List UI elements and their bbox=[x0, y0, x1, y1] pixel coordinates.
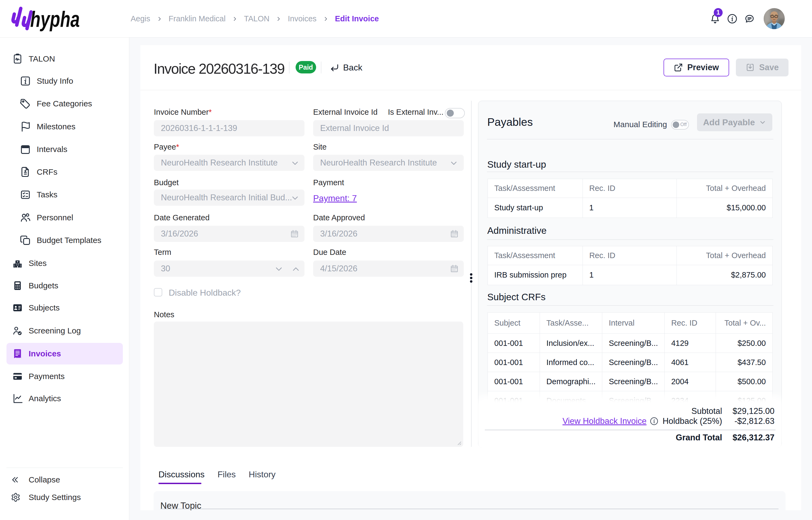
svg-text:hypha: hypha bbox=[30, 6, 80, 31]
